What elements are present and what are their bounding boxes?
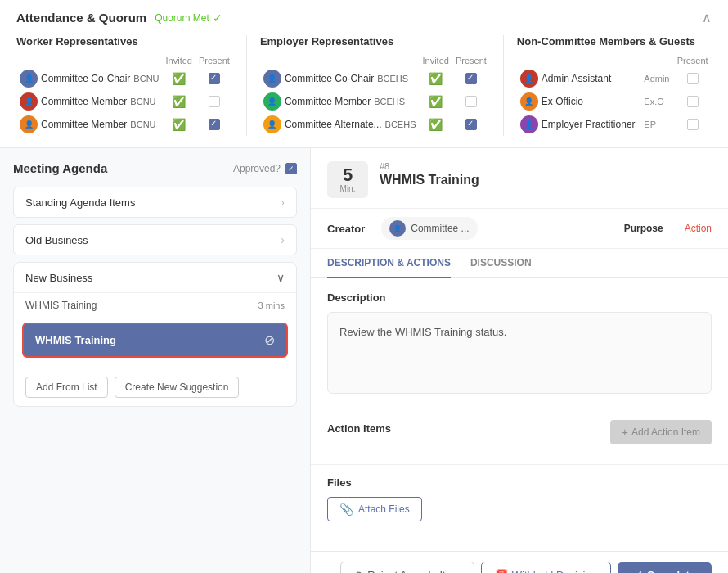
nb-actions: Add From List Create New Suggestion	[14, 368, 296, 406]
add-action-item-button[interactable]: + Add Action Item	[610, 420, 712, 444]
attach-label: Attach Files	[358, 503, 410, 515]
invited-cell: ✅	[420, 67, 452, 90]
approved-text: Approved?	[233, 163, 281, 174]
main-container: Attendance & Quorum Quorum Met ✓ ∧ Worke…	[0, 0, 728, 573]
files-section: Files 📎 Attach Files	[311, 464, 728, 535]
creator-chip: 👤 Committee ...	[381, 217, 477, 240]
employer-member-cell: 👤 Committee Co-Chair BCEHS	[260, 67, 420, 90]
present-checkbox[interactable]	[209, 119, 220, 130]
item-info: #8 WHMIS Training	[380, 161, 712, 187]
worker-col-invited: Invited	[163, 54, 195, 67]
tab-discussion[interactable]: DISCUSSION	[470, 249, 532, 278]
worker-reps-title: Worker Representatives	[16, 35, 233, 47]
org-cell: EP	[640, 113, 673, 136]
avatar: 👤	[20, 115, 38, 133]
new-business-header[interactable]: New Business ∨	[14, 263, 296, 292]
avatar: 👤	[263, 70, 281, 88]
person-name: Committee Member	[41, 119, 127, 130]
non-member-cell: 👤 Ex Officio	[517, 90, 640, 113]
employer-reps-table: Invited Present 👤 Committee Co-Chair BCE…	[260, 54, 490, 136]
invited-check-icon: ✅	[429, 72, 443, 85]
collapse-button[interactable]: ∧	[702, 10, 712, 25]
person-name: Committee Co-Chair	[41, 73, 130, 84]
present-cell	[452, 113, 490, 136]
agenda-header: Meeting Agenda Approved?	[13, 161, 297, 175]
new-business-section: New Business ∨ WHMIS Training 3 mins → W…	[13, 262, 297, 407]
present-cell	[195, 67, 233, 90]
table-row: 👤 Committee Co-Chair BCEHS ✅	[260, 67, 490, 90]
non-member-cell: 👤 Employer Practitioner	[517, 113, 640, 136]
tab-description-actions[interactable]: DESCRIPTION & ACTIONS	[327, 249, 451, 278]
complete-button[interactable]: ✓ Complete	[618, 562, 712, 573]
active-nb-item[interactable]: WHMIS Training ⊘	[22, 323, 288, 358]
right-panel: 5 Min. #8 WHMIS Training Creator 👤 Commi…	[311, 148, 728, 573]
reject-agenda-item-button[interactable]: ⊘ Reject Agenda Item	[340, 562, 474, 573]
description-section: Description Review the WHMIS Training st…	[311, 278, 728, 420]
nb-item-mins: 3 mins	[258, 300, 285, 310]
check-icon: ✓	[634, 569, 643, 573]
person-name: Committee Member	[41, 96, 127, 107]
quorum-text: Quorum Met	[155, 12, 209, 24]
description-text: Review the WHMIS Training status.	[327, 312, 712, 394]
quorum-check-icon: ✓	[213, 11, 222, 25]
attendance-header: Attendance & Quorum Quorum Met ✓ ∧	[16, 10, 712, 25]
present-checkbox[interactable]	[687, 96, 699, 107]
non-member-cell: 👤 Admin Assistant	[517, 67, 640, 90]
invited-cell: ✅	[420, 113, 452, 136]
footer-actions: ⊘ Reject Agenda Item 📅 Withhold Decision…	[311, 551, 728, 573]
approved-checkbox[interactable]	[285, 163, 297, 174]
reject-label: Reject Agenda Item	[367, 569, 460, 573]
invited-cell: ✅	[163, 67, 195, 90]
person-name: Admin Assistant	[542, 73, 611, 84]
avatar: 👤	[263, 92, 281, 111]
complete-label: Complete	[647, 569, 695, 573]
create-new-suggestion-button[interactable]: Create New Suggestion	[115, 377, 240, 398]
standing-agenda-item[interactable]: Standing Agenda Items ›	[13, 187, 297, 218]
table-row: 👤 Committee Member BCEHS ✅	[260, 90, 490, 113]
org-cell: Admin	[640, 67, 673, 90]
present-checkbox[interactable]	[465, 73, 477, 84]
present-checkbox[interactable]	[687, 119, 699, 130]
attach-files-button[interactable]: 📎 Attach Files	[327, 497, 422, 521]
present-checkbox[interactable]	[209, 96, 220, 107]
old-business-item[interactable]: Old Business ›	[13, 224, 297, 255]
plus-icon: +	[622, 426, 628, 439]
table-row: 👤 Committee Member BCNU ✅	[16, 90, 233, 113]
new-business-title: New Business	[25, 272, 92, 284]
files-title: Files	[327, 476, 712, 489]
present-checkbox[interactable]	[465, 96, 477, 107]
employer-col-name	[260, 54, 420, 67]
worker-col-name	[16, 54, 163, 67]
content-area: Meeting Agenda Approved? Standing Agenda…	[0, 148, 728, 573]
creator-label: Creator	[327, 223, 365, 235]
present-checkbox[interactable]	[209, 73, 220, 84]
worker-reps-group: Worker Representatives Invited Present	[16, 35, 233, 136]
withhold-decision-button[interactable]: 📅 Withhold Decision	[481, 562, 611, 573]
person-name: Employer Practitioner	[542, 119, 636, 130]
non-committee-group: Non-Committee Members & Guests Present	[517, 35, 712, 136]
agenda-item-label: Old Business	[25, 234, 88, 246]
non-committee-table: Present 👤 Admin Assistant Admin	[517, 54, 712, 136]
mins-label: Min.	[335, 184, 360, 193]
employer-reps-group: Employer Representatives Invited Present	[260, 35, 490, 136]
person-org: BCEHS	[374, 97, 405, 106]
creator-avatar: 👤	[389, 220, 406, 237]
present-checkbox[interactable]	[687, 73, 699, 84]
item-header: 5 Min. #8 WHMIS Training	[311, 148, 728, 209]
org-cell: Ex.O	[640, 90, 673, 113]
mins-badge: 5 Min.	[327, 161, 368, 198]
add-action-label: Add Action Item	[631, 426, 700, 438]
avatar: 👤	[20, 70, 38, 88]
attach-icon: 📎	[339, 503, 353, 516]
nb-sub-item[interactable]: WHMIS Training 3 mins	[14, 292, 296, 318]
agenda-item-label: Standing Agenda Items	[25, 196, 135, 209]
non-col-org	[640, 54, 673, 67]
chevron-right-icon: ›	[281, 233, 285, 246]
present-checkbox[interactable]	[465, 119, 477, 130]
present-cell	[195, 90, 233, 113]
present-cell	[452, 90, 490, 113]
calendar-icon: 📅	[495, 569, 508, 573]
invited-check-icon: ✅	[172, 95, 186, 108]
invited-check-icon: ✅	[172, 72, 186, 85]
add-from-list-button[interactable]: Add From List	[25, 377, 108, 398]
